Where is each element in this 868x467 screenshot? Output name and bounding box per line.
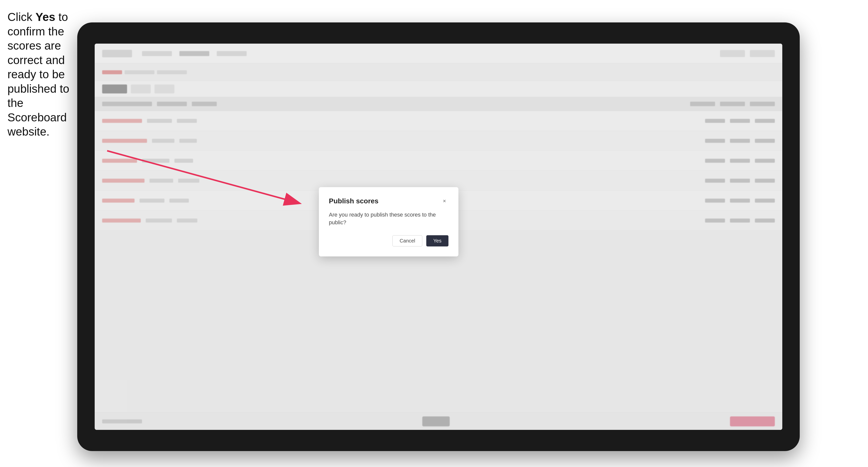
dialog-header: Publish scores × xyxy=(329,197,448,205)
instruction-rest: to confirm the scores are correct and re… xyxy=(7,10,69,138)
dialog-title: Publish scores xyxy=(329,197,378,205)
cancel-button[interactable]: Cancel xyxy=(393,235,422,246)
yes-button[interactable]: Yes xyxy=(426,235,448,246)
bold-yes: Yes xyxy=(35,10,55,24)
tablet-device: Publish scores × Are you ready to publis… xyxy=(77,23,800,451)
publish-scores-dialog: Publish scores × Are you ready to publis… xyxy=(319,187,458,257)
dialog-close-button[interactable]: × xyxy=(440,197,448,205)
dialog-overlay: Publish scores × Are you ready to publis… xyxy=(95,43,782,430)
dialog-body-text: Are you ready to publish these scores to… xyxy=(329,211,448,226)
instruction-text: Click Yes to confirm the scores are corr… xyxy=(7,10,77,139)
tablet-screen: Publish scores × Are you ready to publis… xyxy=(95,43,782,430)
dialog-footer: Cancel Yes xyxy=(329,235,448,246)
